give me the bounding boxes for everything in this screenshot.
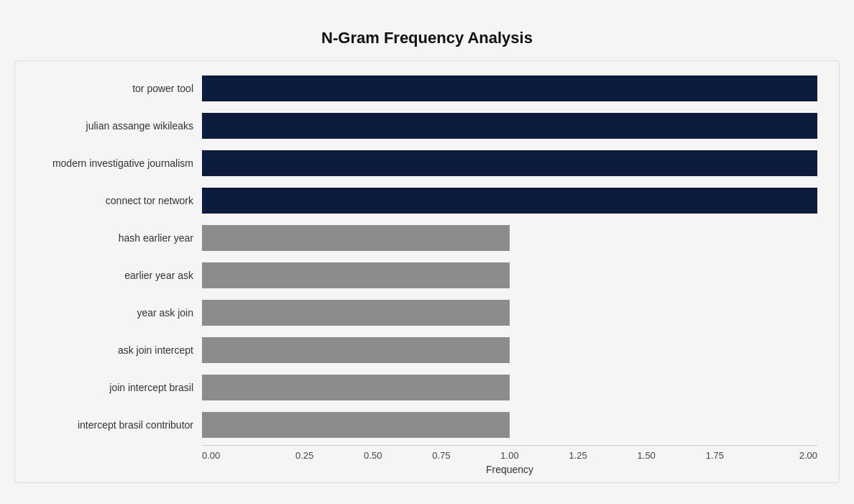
x-tick: 1.25 [544, 450, 612, 461]
bar [202, 225, 510, 251]
bar [202, 375, 510, 400]
x-tick: 0.50 [339, 450, 407, 461]
bar-row: intercept brasil contributor [22, 408, 817, 442]
x-axis-label: Frequency [202, 464, 817, 475]
bar-wrap [202, 225, 817, 251]
bar-wrap [202, 300, 817, 326]
bar-label: earlier year ask [22, 270, 202, 281]
x-tick: 0.75 [407, 450, 475, 461]
chart-area: tor power tooljulian assange wikileaksmo… [14, 60, 840, 483]
bar-label: connect tor network [22, 195, 202, 206]
bar-row: join intercept brasil [22, 370, 817, 405]
bar-row: earlier year ask [22, 258, 817, 293]
bar-row: hash earlier year [22, 221, 817, 255]
bar-wrap [202, 150, 817, 176]
bar [202, 75, 817, 101]
bar [202, 412, 510, 438]
bar-row: ask join intercept [22, 333, 817, 367]
bar-wrap [202, 113, 817, 139]
bar-label: join intercept brasil [22, 382, 202, 393]
bar-chart: tor power tooljulian assange wikileaksmo… [22, 71, 817, 442]
bar-row: tor power tool [22, 71, 817, 106]
x-tick: 0.25 [270, 450, 339, 461]
bar [202, 113, 817, 139]
chart-title: N-Gram Frequency Analysis [14, 29, 840, 47]
x-tick: 1.50 [612, 450, 681, 461]
bar [202, 262, 510, 288]
bar-row: year ask join [22, 295, 817, 330]
bar-wrap [202, 337, 817, 363]
bar-label: intercept brasil contributor [22, 419, 202, 431]
bar-label: year ask join [22, 307, 202, 319]
bar-label: tor power tool [22, 83, 202, 94]
chart-container: N-Gram Frequency Analysis tor power tool… [0, 14, 854, 490]
bar-wrap [202, 75, 817, 101]
bar-label: modern investigative journalism [22, 157, 202, 169]
x-tick: 2.00 [749, 450, 817, 461]
bar [202, 150, 817, 176]
x-tick: 1.00 [475, 450, 543, 461]
bar-row: modern investigative journalism [22, 146, 817, 180]
bar-label: julian assange wikileaks [22, 120, 202, 132]
bar [202, 337, 510, 363]
x-tick: 0.00 [202, 450, 270, 461]
bar-wrap [202, 412, 817, 438]
x-tick: 1.75 [681, 450, 749, 461]
bar-label: hash earlier year [22, 232, 202, 244]
x-axis: 0.000.250.500.751.001.251.501.752.00 [202, 445, 817, 461]
bar-wrap [202, 375, 817, 400]
bar-label: ask join intercept [22, 344, 202, 356]
bar [202, 188, 817, 214]
bar [202, 300, 510, 326]
bar-wrap [202, 262, 817, 288]
bar-row: julian assange wikileaks [22, 109, 817, 143]
bar-wrap [202, 188, 817, 214]
bar-row: connect tor network [22, 183, 817, 218]
